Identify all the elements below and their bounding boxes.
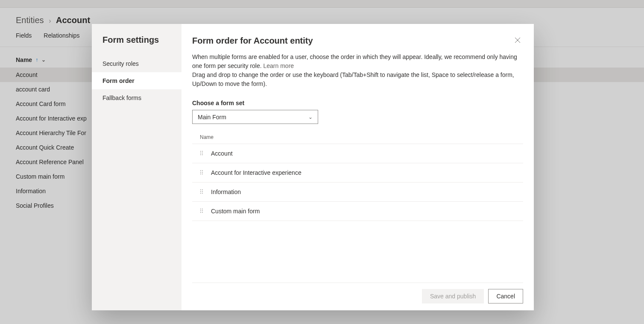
modal-footer: Save and publish Cancel bbox=[192, 283, 523, 303]
svg-point-19 bbox=[202, 209, 203, 209]
svg-point-12 bbox=[200, 189, 201, 190]
svg-point-20 bbox=[200, 210, 201, 211]
learn-more-link[interactable]: Learn more bbox=[263, 62, 294, 69]
svg-point-8 bbox=[200, 172, 201, 173]
chevron-down-icon: ⌄ bbox=[308, 114, 313, 120]
save-and-publish-button[interactable]: Save and publish bbox=[422, 289, 484, 303]
order-row-label: Account bbox=[211, 150, 233, 157]
svg-point-6 bbox=[200, 170, 201, 171]
order-row[interactable]: Account for Interactive experience bbox=[192, 163, 523, 183]
sidebar-item-security-roles[interactable]: Security roles bbox=[92, 55, 181, 72]
order-row[interactable]: Account bbox=[192, 144, 523, 163]
form-settings-modal: Form settings Security roles Form order … bbox=[92, 24, 534, 310]
modal-description-line2: Drag and drop to change the order or use… bbox=[192, 71, 523, 88]
order-row[interactable]: Custom main form bbox=[192, 202, 523, 221]
modal-title: Form order for Account entity bbox=[192, 36, 523, 46]
drag-handle-icon[interactable] bbox=[200, 208, 203, 215]
sidebar-item-fallback-forms[interactable]: Fallback forms bbox=[92, 89, 181, 106]
modal-sidebar: Form settings Security roles Form order … bbox=[92, 24, 181, 310]
form-set-dropdown[interactable]: Main Form ⌄ bbox=[192, 110, 318, 124]
modal-main: Form order for Account entity When multi… bbox=[181, 24, 534, 310]
svg-point-9 bbox=[202, 172, 203, 173]
svg-point-10 bbox=[200, 174, 201, 174]
drag-handle-icon[interactable] bbox=[200, 150, 203, 157]
form-set-label: Choose a form set bbox=[192, 100, 523, 106]
svg-point-16 bbox=[200, 193, 201, 194]
modal-sidebar-title: Form settings bbox=[92, 35, 181, 55]
svg-point-14 bbox=[200, 191, 201, 192]
close-icon bbox=[515, 37, 521, 43]
drag-handle-icon[interactable] bbox=[200, 169, 203, 176]
svg-point-13 bbox=[202, 189, 203, 190]
svg-point-21 bbox=[202, 210, 203, 211]
svg-point-7 bbox=[202, 170, 203, 171]
svg-point-3 bbox=[202, 153, 203, 153]
svg-point-23 bbox=[202, 212, 203, 213]
order-row-label: Account for Interactive experience bbox=[211, 169, 302, 176]
svg-point-5 bbox=[202, 154, 203, 155]
svg-point-18 bbox=[200, 209, 201, 209]
order-row-label: Information bbox=[211, 189, 241, 195]
svg-point-0 bbox=[200, 151, 201, 152]
svg-point-2 bbox=[200, 153, 201, 153]
form-order-table: Name Account Account for Interactive exp… bbox=[192, 131, 523, 221]
order-row-label: Custom main form bbox=[211, 208, 260, 215]
order-table-header: Name bbox=[192, 131, 523, 144]
modal-description-line1: When multiple forms are enabled for a us… bbox=[192, 53, 517, 69]
cancel-button[interactable]: Cancel bbox=[488, 289, 523, 303]
svg-point-1 bbox=[202, 151, 203, 152]
svg-point-22 bbox=[200, 212, 201, 213]
svg-point-17 bbox=[202, 193, 203, 194]
svg-point-15 bbox=[202, 191, 203, 192]
form-set-value: Main Form bbox=[198, 114, 226, 121]
modal-description: When multiple forms are enabled for a us… bbox=[192, 53, 523, 88]
drag-handle-icon[interactable] bbox=[200, 189, 203, 195]
order-row[interactable]: Information bbox=[192, 183, 523, 202]
svg-point-11 bbox=[202, 174, 203, 174]
close-button[interactable] bbox=[512, 35, 523, 45]
svg-point-4 bbox=[200, 154, 201, 155]
sidebar-item-form-order[interactable]: Form order bbox=[92, 72, 181, 89]
